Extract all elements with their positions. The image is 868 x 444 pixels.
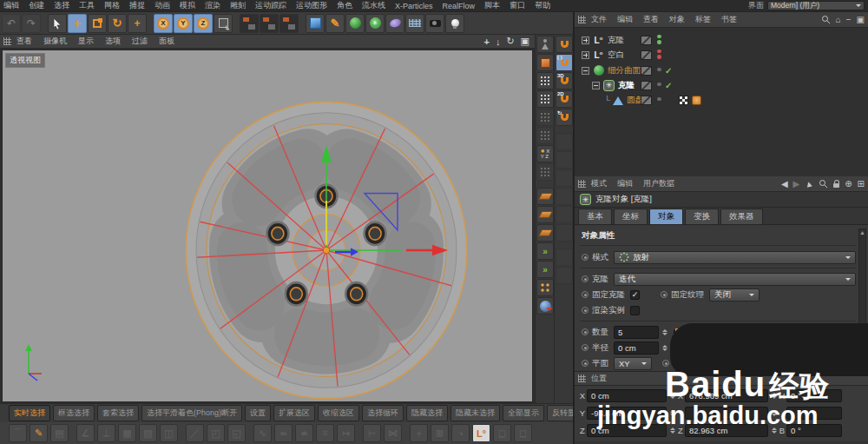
tab-transform[interactable]: 变换 — [685, 209, 719, 224]
panel-grid-icon[interactable] — [578, 16, 586, 23]
x-axis-lock-button[interactable]: X — [154, 14, 173, 33]
live-selection-tool[interactable] — [48, 14, 67, 33]
fix-texture-select[interactable]: 关闭 — [709, 288, 760, 302]
fix-clone-checkbox[interactable]: ✓ — [630, 290, 640, 300]
pos-z-field[interactable]: 0 cm — [587, 424, 667, 437]
collapse-icon[interactable] — [592, 82, 600, 89]
loop-selection-button[interactable]: 选择循环 — [362, 405, 404, 421]
settings-button[interactable]: 设置 — [245, 405, 271, 421]
om-menu-tags[interactable]: 标签 — [695, 14, 711, 25]
add-cube-button[interactable] — [306, 14, 325, 33]
om-menu-bookmarks[interactable]: 书签 — [721, 14, 737, 25]
tree-row-disc[interactable]: └ 圆盘.1 — [575, 93, 868, 107]
expand-icon[interactable] — [582, 51, 589, 59]
modeling-tool-icon[interactable]: ▤ — [50, 424, 69, 442]
om-menu-file[interactable]: 文件 — [591, 14, 607, 25]
menu-help[interactable]: 帮助 — [535, 0, 550, 11]
count-field[interactable]: 5 — [614, 326, 659, 339]
am-menu-edit[interactable]: 编辑 — [617, 178, 633, 189]
menu-window[interactable]: 窗口 — [510, 0, 525, 11]
tab-coordinates[interactable]: 坐标 — [614, 209, 648, 224]
pointer-icon[interactable]: ▲ — [804, 178, 814, 189]
guide-icon[interactable] — [556, 206, 573, 223]
axis-mode-icon[interactable]: ● XY Z — [536, 145, 554, 162]
menu-xparticles[interactable]: X-Particles — [395, 2, 433, 10]
grow-selection-button[interactable]: 扩展选区 — [273, 405, 315, 421]
menu-mograph[interactable]: 运动图形 — [296, 0, 327, 11]
visibility-dot[interactable] — [657, 35, 661, 39]
visibility-dot[interactable] — [657, 83, 661, 87]
modeling-tool-icon[interactable]: ◱ — [227, 424, 246, 442]
tab-object[interactable]: 对象 — [649, 209, 683, 224]
stepper-icon[interactable] — [661, 326, 668, 339]
mode-select[interactable]: 放射 — [614, 251, 856, 264]
stepper-icon[interactable] — [770, 424, 778, 437]
stepper-icon[interactable] — [661, 341, 668, 355]
tab-basic[interactable]: 基本 — [578, 209, 612, 224]
plane-select[interactable]: XY — [614, 357, 652, 370]
modeling-tool-icon[interactable]: ▧ — [139, 424, 157, 442]
y-axis-lock-button[interactable]: Y — [174, 14, 193, 33]
viewport-menu-filter[interactable]: 过滤 — [132, 36, 148, 47]
modeling-tool-icon[interactable]: ∿ — [253, 424, 272, 442]
keyframe-circle-icon[interactable] — [661, 291, 667, 298]
rotate-tool[interactable]: ↻ — [108, 14, 127, 33]
workplane-lock-icon[interactable] — [536, 206, 554, 223]
phong-break-selection-button[interactable]: 选择平滑着色(Phong)断开 — [141, 405, 242, 421]
size-y-field[interactable] — [685, 407, 768, 420]
snap-modes-icon[interactable]: ( ) — [556, 54, 573, 71]
panel-grid-icon[interactable] — [578, 374, 586, 382]
viewport-pan-icon[interactable]: + — [483, 36, 489, 47]
workplane-icon[interactable] — [536, 188, 554, 205]
layer-chip[interactable] — [641, 50, 652, 60]
render-instance-checkbox[interactable] — [630, 306, 640, 315]
layer-chip[interactable] — [641, 96, 652, 105]
menu-character[interactable]: 角色 — [337, 0, 352, 11]
guide-icon[interactable] — [556, 224, 573, 242]
hide-selected-button[interactable]: 隐藏选择 — [406, 405, 448, 421]
menu-mesh[interactable]: 网格 — [104, 0, 120, 11]
pos-y-field[interactable]: -93.8 cm — [587, 407, 667, 420]
menu-edit[interactable]: 编辑 — [3, 0, 19, 11]
keyframe-circle-icon[interactable] — [582, 254, 589, 261]
new-panel-icon[interactable]: ⊕ — [845, 179, 852, 189]
layer-chip[interactable] — [641, 66, 652, 76]
viewport-menu-view[interactable]: 查看 — [16, 36, 32, 47]
texture-tag-icon[interactable] — [679, 96, 688, 105]
render-picture-viewer-button[interactable] — [260, 14, 279, 33]
menu-tools[interactable]: 工具 — [79, 0, 95, 11]
om-menu-edit[interactable]: 编辑 — [617, 14, 633, 25]
texture-mode-icon[interactable] — [536, 72, 554, 89]
point-mode-icon[interactable] — [536, 109, 554, 126]
size-z-field[interactable]: 82.963 cm — [685, 424, 768, 437]
menu-animate[interactable]: 动画 — [155, 0, 170, 11]
solo-sphere-icon[interactable] — [536, 297, 554, 315]
guide-icon[interactable] — [556, 188, 573, 205]
spline-pen-button[interactable]: ✎ — [326, 14, 345, 33]
make-editable-icon[interactable] — [536, 36, 554, 53]
modeling-tool-icon[interactable]: ◔ — [451, 424, 470, 442]
history-back-icon[interactable]: ◀ — [781, 179, 788, 189]
om-menu-view[interactable]: 查看 — [643, 14, 659, 25]
tree-row-cloner-top[interactable]: Lo 克隆 — [575, 33, 868, 47]
scale-tool[interactable] — [88, 14, 107, 33]
uv-mode-icon[interactable] — [536, 90, 554, 108]
lasso-selection-button[interactable]: 套索选择 — [97, 405, 139, 421]
panel-grid-icon[interactable] — [3, 37, 11, 45]
polygon-pen-icon[interactable]: ✎ — [30, 424, 48, 442]
modeling-tool-icon[interactable]: ▦ — [118, 424, 136, 442]
guide-icon[interactable] — [556, 249, 573, 266]
enabled-check-icon[interactable]: ✓ — [665, 66, 672, 76]
om-menu-object[interactable]: 对象 — [669, 14, 685, 25]
visibility-dot[interactable] — [657, 97, 661, 102]
hide-unselected-button[interactable]: 隐藏未选择 — [450, 405, 500, 421]
tab-effectors[interactable]: 效果器 — [720, 209, 763, 224]
viewport-menu-options[interactable]: 选项 — [105, 36, 121, 47]
guide-icon[interactable] — [556, 151, 573, 169]
null-tool-icon[interactable]: L° — [472, 424, 490, 442]
panel-menu-icon[interactable]: ⊞ — [858, 179, 865, 189]
keyframe-circle-icon[interactable] — [582, 360, 589, 367]
model-mode-icon[interactable] — [536, 54, 554, 71]
modeling-tool-icon[interactable]: ∠ — [76, 424, 95, 442]
menu-pipeline[interactable]: 流水线 — [362, 0, 385, 11]
